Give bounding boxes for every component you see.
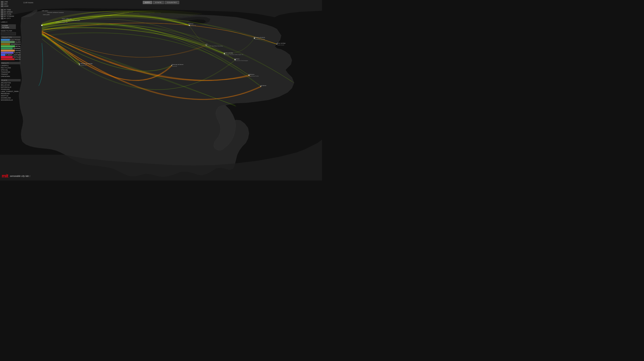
plastic-label: PLASTIC [14,52,20,54]
clear-filters-button[interactable]: CLEAR FILTERS [1,24,16,29]
labels-label: LABELS [1,21,20,23]
category-rubber-leather[interactable]: RUBBER_LEATHER [1,54,20,56]
anim-color-box [1,5,4,7]
svg-text:Everyday Solutions Isetta Vogu: Everyday Solutions Isetta Vogue, IN [224,54,243,55]
svg-text:CFL: CFL [206,44,208,45]
trace-count: 1148 traces [23,2,33,4]
lab-name-rest: city lab::: [20,175,30,177]
by-time-toggle[interactable]: BY TIME [1,9,20,11]
category-hazardous[interactable]: HAZARDOUS [1,43,20,45]
svg-text:Motorola TN: Motorola TN [189,25,196,26]
by-speed-label: BY SPEED [4,11,13,13]
facility-header: FACILITY [1,62,20,64]
facility-section: LANDFILL RECYCLING SPECIAL TRANSFER TRAN… [1,65,20,77]
place-header: PLACE [1,79,20,82]
hazardous-color [1,43,10,45]
electronic-label: ELECTRONIC [10,39,20,41]
paper-color [1,50,15,52]
facility-unknown[interactable]: UNKNOWN [1,75,20,77]
map-container: milk carton recycled cardboard container… [0,0,322,181]
by-stream-toggle[interactable]: BY STREAM [1,15,20,17]
category-electronic[interactable]: ELECTRONIC [1,39,20,41]
place-eatonville[interactable]: EATONVILLE [1,86,20,88]
by-type-box [1,13,4,15]
name-filter-input[interactable] [1,32,16,35]
by-time-label: BY TIME [4,9,11,11]
svg-text:HP Officejet ink cartridge: HP Officejet ink cartridge [78,63,93,64]
svg-text:batteries: batteries [188,23,194,25]
by-type-toggle[interactable]: BY TYPE [1,13,20,15]
mit-logo: mit [2,173,8,179]
svg-text:Microsoft, Total Metal Recycli: Microsoft, Total Metal Recycling [206,45,222,47]
place-arlington[interactable]: ARLINGTON [1,82,20,84]
organic-label: ORGANIC [13,48,20,50]
svg-text:something recycling: something recycling [254,39,265,40]
svg-point-0 [41,25,42,26]
svg-text:Something Florida: Something Florida [249,75,259,77]
by-city-box [1,18,4,19]
textiles-label: TEXTILES [13,56,20,58]
top-bar: 1148 traces CITY STATE COUNTRY [0,0,322,5]
glass-color [1,41,15,43]
place-redmond[interactable]: REDMOND [1,93,20,95]
category-metal[interactable]: METAL [1,45,20,47]
svg-text:Printer cartridge: Printer cartridge [224,52,233,54]
textiles-color [1,56,13,58]
by-city-toggle[interactable]: BY CITY [1,18,20,19]
category-textiles[interactable]: TEXTILES [1,56,20,58]
metal-label: METAL [16,45,20,47]
category-plastic[interactable]: PLASTIC [1,52,20,54]
by-options-section: BY TIME BY SPEED BY TYPE BY STREAM BY CI… [1,9,20,19]
city-button[interactable]: CITY [143,1,152,4]
mit-text: mit [2,173,8,179]
country-button[interactable]: COUNTRY [165,1,179,4]
paper-label: PAPER [15,50,20,52]
svg-text:food bag Bear Creek food pack: food bag Bear Creek food pack [62,20,80,21]
trashtype-header: TRASHTYPE [1,36,20,39]
place-seattle[interactable]: SEATTLE [1,95,20,97]
facility-transfer[interactable]: TRANSFER [1,71,20,73]
svg-text:cardboard burger box: cardboard burger box [56,22,68,23]
waste-label: WASTE [15,58,20,60]
lab-name-senseable: sense [10,175,16,177]
anim-toggle[interactable]: ANIM [1,5,20,7]
trashtype-section: ELECTRONIC GLASS HAZARDOUS METAL ORGANIC… [1,39,20,60]
left-panel: LINE ARC ANIM BY TIME BY SPEED BY TYPE B… [0,0,22,181]
by-speed-box [1,11,4,13]
map-svg: milk carton recycled cardboard container… [0,0,322,181]
state-button[interactable]: STATE [153,1,164,4]
svg-text:Batteries: Batteries [234,58,240,60]
category-waste[interactable]: WASTE [1,58,20,60]
facility-transit[interactable]: TRANSIT [1,73,20,75]
by-speed-toggle[interactable]: BY SPEED [1,11,20,13]
branding: mit senseable city lab::: [2,173,31,179]
place-issaquah[interactable]: ISSAQUAH [1,88,20,90]
svg-text:recycling: recycling [172,66,177,67]
by-city-label: BY CITY [4,18,11,19]
place-section: ARLINGTON BELLEVUE EATONVILLE ISSAQUAH L… [1,82,20,101]
place-bellevue[interactable]: BELLEVUE [1,84,20,86]
metal-color [1,45,15,47]
svg-text:Paper coffee cup: Paper coffee cup [62,18,72,19]
category-paper[interactable]: PAPER [1,50,20,52]
svg-text:recycled cardboard container: recycled cardboard container [47,12,64,13]
lab-text: senseable city lab::: [10,175,31,177]
svg-text:milk carton: milk carton [42,10,48,12]
hazardous-label: HAZARDOUS [10,43,20,45]
category-organic[interactable]: ORGANIC [1,48,20,50]
place-lake-forest-park[interactable]: LAKE_FOREST_PARK [1,91,20,92]
facility-special[interactable]: SPECIAL [1,69,20,71]
waste-color [1,58,14,60]
by-stream-label: BY STREAM [4,15,14,17]
facility-recycling[interactable]: RECYCLING [1,67,20,69]
place-shoreline[interactable]: SHORELINE [1,97,20,99]
by-type-label: BY TYPE [4,13,12,15]
name-filter-label: NAME FILTER [1,30,20,32]
place-woodinville[interactable]: WOODINVILLE [1,99,20,101]
svg-text:serial circuits: serial circuits [277,44,284,46]
facility-landfill[interactable]: LANDFILL [1,65,20,67]
organic-color [1,48,13,50]
category-glass[interactable]: GLASS [1,41,20,43]
rubber-color [1,54,5,56]
lab-name-able: able [16,175,20,177]
